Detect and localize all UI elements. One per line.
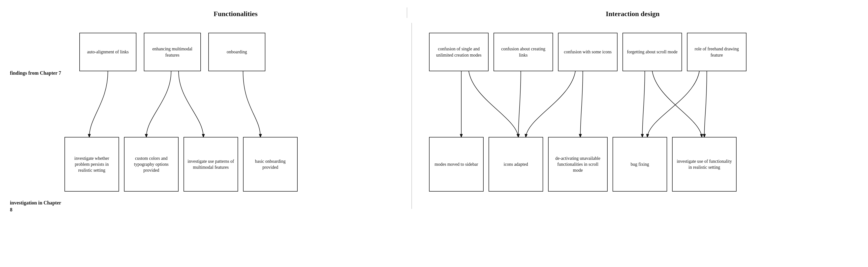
box-f-bot-2: custom colors and typography options pro… (124, 137, 179, 191)
box-i-bot-1: modes moved to sidebar (429, 137, 484, 191)
box-i-top-1: confusion of single and unlimited creati… (429, 33, 489, 71)
box-f-top-1: auto-alignment of links (80, 33, 136, 71)
box-f-bot-1: investigate whether problem persists in … (64, 137, 119, 191)
row-labels: findings from Chapter 7 investigation in… (10, 23, 64, 260)
box-f-bot-4: basic onboarding provided (243, 137, 298, 191)
box-f-bot-3: investigate use patterns of multimodal f… (184, 137, 238, 191)
box-f-top-3: onboarding (208, 33, 266, 71)
box-i-top-3: confusion with some icons (558, 33, 618, 71)
box-i-bot-2: icons adapted (489, 137, 543, 191)
label-chapter8: investigation in Chapter 8 (10, 199, 64, 213)
box-i-top-5: role of freehand drawing feature (687, 33, 746, 71)
diagram-area: auto-alignment of links enhancing multim… (64, 23, 858, 260)
label-chapter7: findings from Chapter 7 (10, 69, 64, 77)
header-functionalities: Functionalities (64, 7, 407, 18)
page-container: Functionalities Interaction design findi… (10, 7, 858, 260)
box-i-top-4: forgetting about scroll mode (622, 33, 682, 71)
box-f-top-2: enhancing multimodal features (144, 33, 201, 71)
header-interaction: Interaction design (407, 7, 858, 18)
box-i-bot-4: bug fixing (613, 137, 667, 191)
box-i-top-2: confusion about creating links (494, 33, 553, 71)
box-i-bot-5: investigate use of functionality in real… (672, 137, 737, 191)
box-i-bot-3: de-activating unavailable functionalitie… (548, 137, 608, 191)
section-headers: Functionalities Interaction design (10, 7, 858, 18)
main-layout: findings from Chapter 7 investigation in… (10, 23, 858, 260)
